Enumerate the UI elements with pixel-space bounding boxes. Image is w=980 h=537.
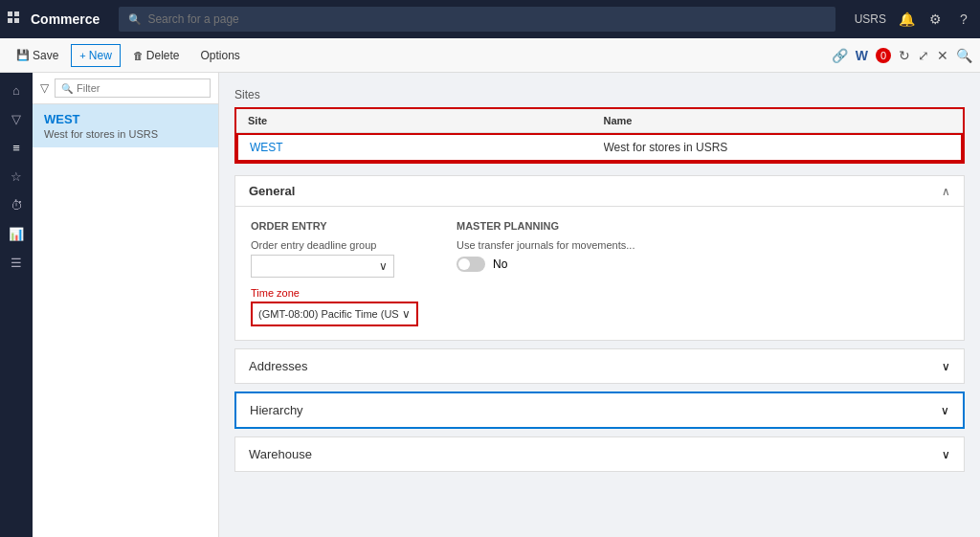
name-cell[interactable]	[600, 139, 954, 156]
toggle-row: No	[457, 257, 635, 272]
addresses-chevron-icon: ∨	[942, 360, 950, 373]
order-entry-label: ORDER ENTRY	[251, 220, 418, 232]
main-content: Sites Site Name WEST General ∧	[219, 73, 980, 537]
toggle-thumb	[458, 258, 470, 270]
external-icon[interactable]: ⤢	[918, 48, 929, 63]
addresses-header[interactable]: Addresses ∨	[235, 349, 964, 383]
sites-table-header: Site Name	[236, 109, 963, 133]
sites-label: Sites	[234, 88, 965, 101]
sites-table: Site Name WEST	[234, 107, 965, 164]
warehouse-title: Warehouse	[249, 447, 312, 461]
svg-rect-3	[14, 18, 19, 23]
filter-box[interactable]: 🔍	[55, 78, 211, 98]
save-icon: 💾	[16, 49, 30, 61]
addresses-title: Addresses	[249, 359, 307, 373]
toolbar: 💾 Save + New 🗑 Delete Options 🔗 W 0 ↻ ⤢ …	[0, 38, 980, 73]
form-row-main: ORDER ENTRY Order entry deadline group ∨…	[251, 220, 948, 326]
filter-search-icon: 🔍	[61, 83, 73, 94]
badge-icon[interactable]: 0	[876, 48, 891, 63]
new-plus-icon: +	[79, 50, 85, 61]
hierarchy-chevron-icon: ∨	[941, 404, 949, 417]
search-toolbar-icon[interactable]: 🔍	[956, 48, 972, 63]
save-button[interactable]: 💾 Save	[8, 44, 67, 67]
link-icon[interactable]: 🔗	[832, 48, 848, 63]
top-nav: Commerce 🔍 USRS 🔔 ⚙ ?	[0, 0, 980, 38]
toggle-text: No	[493, 257, 507, 271]
toolbar-right-actions: 🔗 W 0 ↻ ⤢ ✕ 🔍	[832, 48, 972, 63]
deadline-chevron-icon: ∨	[379, 259, 388, 273]
delete-button[interactable]: 🗑 Delete	[124, 44, 189, 67]
close-icon[interactable]: ✕	[937, 48, 948, 63]
list-item-subtitle: West for stores in USRS	[44, 128, 207, 140]
timezone-select[interactable]: (GMT-08:00) Pacific Time (US ... ∨	[251, 302, 418, 326]
timezone-chevron-icon: ∨	[402, 307, 411, 321]
master-planning-label: MASTER PLANNING	[457, 220, 635, 232]
sidebar-filter-icon[interactable]: ▽	[2, 105, 31, 132]
hierarchy-title: Hierarchy	[250, 403, 303, 417]
deadline-label: Order entry deadline group	[251, 239, 418, 251]
list-item-title: WEST	[44, 112, 207, 126]
search-input[interactable]	[147, 12, 825, 26]
order-entry-group: ORDER ENTRY Order entry deadline group ∨…	[251, 220, 418, 326]
filter-icon[interactable]: ▽	[40, 81, 49, 95]
hierarchy-section: Hierarchy ∨	[234, 392, 965, 429]
svg-rect-1	[14, 11, 19, 16]
deadline-select[interactable]: ∨	[251, 255, 394, 278]
addresses-section: Addresses ∨	[234, 348, 965, 384]
app-title: Commerce	[31, 11, 100, 27]
deadline-group: Order entry deadline group ∨	[251, 239, 418, 278]
warehouse-section: Warehouse ∨	[234, 436, 965, 472]
options-button[interactable]: Options	[192, 44, 249, 67]
hierarchy-header[interactable]: Hierarchy ∨	[234, 392, 965, 429]
general-section-body: ORDER ENTRY Order entry deadline group ∨…	[235, 207, 964, 340]
svg-rect-0	[8, 11, 12, 16]
user-label[interactable]: USRS	[855, 12, 886, 26]
timezone-group: Time zone (GMT-08:00) Pacific Time (US .…	[251, 287, 418, 326]
sites-table-row[interactable]: WEST	[236, 133, 963, 162]
help-icon[interactable]: ?	[955, 11, 972, 28]
list-panel: ▽ 🔍 WEST West for stores in USRS	[33, 73, 219, 537]
name-input[interactable]	[604, 141, 950, 154]
sidebar-home-icon[interactable]: ⌂	[2, 77, 31, 103]
search-bar[interactable]: 🔍	[119, 7, 835, 32]
word-icon[interactable]: W	[856, 48, 868, 63]
transfer-toggle[interactable]	[457, 257, 485, 272]
name-col-header: Name	[600, 113, 956, 128]
svg-rect-2	[8, 18, 12, 23]
sidebar-chart-icon[interactable]: 📊	[2, 220, 31, 247]
transfer-label: Use transfer journals for movements...	[457, 239, 635, 251]
filter-input[interactable]	[77, 82, 204, 94]
site-cell: WEST	[246, 139, 600, 156]
gear-icon[interactable]: ⚙	[926, 11, 944, 28]
refresh-icon[interactable]: ↻	[899, 48, 910, 63]
sidebar-star-icon[interactable]: ☆	[2, 163, 31, 190]
sidebar-clock-icon[interactable]: ⏱	[2, 191, 31, 218]
main-layout: ⌂ ▽ ≡ ☆ ⏱ 📊 ☰ ▽ 🔍 WEST West for stores i…	[0, 73, 980, 537]
general-section: General ∧ ORDER ENTRY Order entry deadli…	[234, 175, 965, 341]
timezone-label: Time zone	[251, 287, 418, 299]
master-planning-group: MASTER PLANNING Use transfer journals fo…	[457, 220, 635, 326]
new-button[interactable]: + New	[71, 44, 120, 67]
warehouse-chevron-icon: ∨	[942, 448, 950, 461]
sidebar-lines-icon[interactable]: ≡	[2, 134, 31, 161]
top-nav-right: USRS 🔔 ⚙ ?	[855, 11, 972, 28]
sidebar-list-icon[interactable]: ☰	[2, 249, 31, 276]
general-title: General	[249, 184, 295, 198]
general-chevron-icon: ∧	[942, 185, 950, 198]
site-col-header: Site	[244, 113, 600, 128]
list-panel-toolbar: ▽ 🔍	[33, 73, 218, 104]
timezone-value: (GMT-08:00) Pacific Time (US ...	[258, 308, 402, 320]
warehouse-header[interactable]: Warehouse ∨	[235, 437, 964, 471]
delete-icon: 🗑	[133, 50, 144, 61]
sidebar-icons: ⌂ ▽ ≡ ☆ ⏱ 📊 ☰	[0, 73, 33, 537]
bell-icon[interactable]: 🔔	[898, 11, 915, 28]
list-item[interactable]: WEST West for stores in USRS	[33, 104, 218, 147]
general-section-header[interactable]: General ∧	[235, 176, 964, 207]
grid-icon[interactable]	[8, 11, 21, 28]
